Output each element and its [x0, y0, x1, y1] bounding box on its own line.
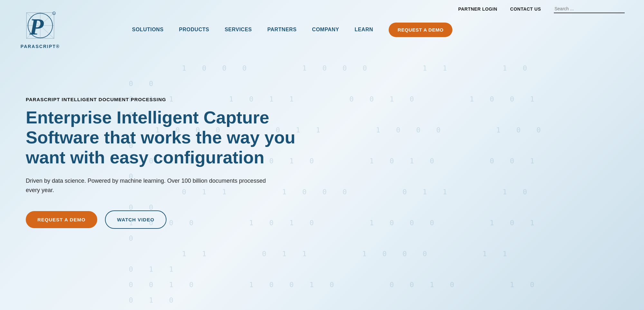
hero-description: Driven by data science. Powered by machi…	[26, 176, 277, 195]
svg-text:P: P	[29, 14, 44, 40]
nav-services[interactable]: SERVICES	[225, 27, 252, 33]
nav-partners[interactable]: PARTNERS	[267, 27, 297, 33]
logo-area: ® P PARASCRIPT®	[19, 10, 61, 49]
hero-buttons: REQUEST A DEMO WATCH VIDEO	[26, 210, 303, 229]
hero-title: Enterprise Intelligent Capture Software …	[26, 107, 303, 167]
partner-login-link[interactable]: PARTNER LOGIN	[458, 6, 497, 12]
logo-text: PARASCRIPT®	[21, 44, 60, 49]
request-demo-nav-button[interactable]: REQUEST A DEMO	[389, 23, 453, 37]
search-input[interactable]	[554, 5, 625, 13]
nav-products[interactable]: PRODUCTS	[179, 27, 209, 33]
svg-text:®: ®	[53, 13, 55, 15]
hero-section: 1 0 0 0 1 0 0 0 1 1 1 0 0 0 0 1 1 1 0 1 …	[0, 0, 644, 310]
logo-icon: ® P	[19, 10, 61, 43]
nav-company[interactable]: COMPANY	[312, 27, 339, 33]
hero-content: PARASCRIPT INTELLIGENT DOCUMENT PROCESSI…	[26, 97, 303, 229]
watch-video-button[interactable]: WATCH VIDEO	[105, 210, 167, 229]
main-nav: SOLUTIONS PRODUCTS SERVICES PARTNERS COM…	[132, 23, 625, 37]
nav-learn[interactable]: LEARN	[355, 27, 373, 33]
hero-subtitle: PARASCRIPT INTELLIGENT DOCUMENT PROCESSI…	[26, 97, 303, 102]
header-top-bar: PARTNER LOGIN CONTACT US	[0, 0, 644, 18]
header-nav: ® P PARASCRIPT® SOLUTIONS PRODUCTS SERVI…	[0, 18, 644, 41]
contact-us-link[interactable]: CONTACT US	[510, 6, 541, 12]
request-demo-hero-button[interactable]: REQUEST A DEMO	[26, 211, 97, 228]
nav-solutions[interactable]: SOLUTIONS	[132, 27, 164, 33]
